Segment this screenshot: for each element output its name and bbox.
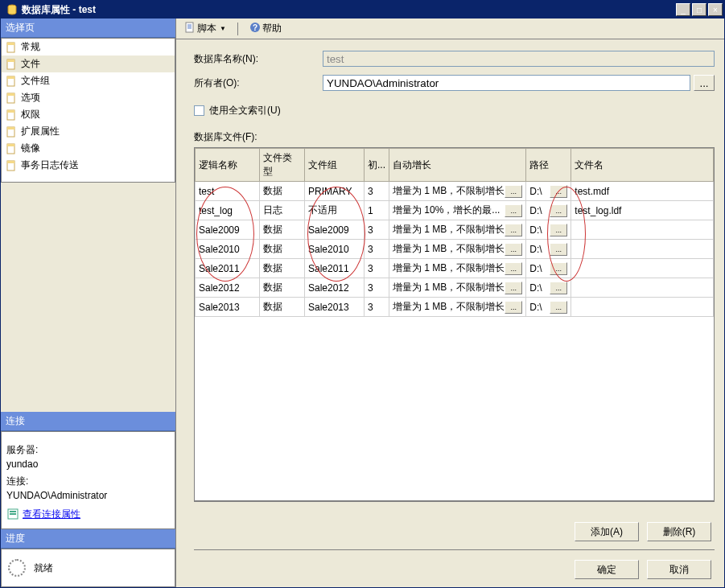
col-file-name[interactable]: 文件名 xyxy=(571,149,714,182)
cell-path[interactable]: D:\... xyxy=(526,240,571,259)
path-browse-button[interactable]: ... xyxy=(550,224,567,236)
cell-initial[interactable]: 3 xyxy=(365,182,389,201)
cell-path[interactable]: D:\... xyxy=(526,182,571,201)
cell-fileGroup[interactable]: Sale2013 xyxy=(305,298,365,317)
cell-fileGroup[interactable]: Sale2011 xyxy=(305,259,365,278)
view-connection-link[interactable]: 查看连接属性 xyxy=(6,508,80,521)
table-row[interactable]: test数据PRIMARY3增量为 1 MB，不限制增长...D:\...tes… xyxy=(196,182,714,201)
autogrowth-browse-button[interactable]: ... xyxy=(505,262,522,275)
cell-path[interactable]: D:\... xyxy=(526,298,571,317)
cell-initial[interactable]: 3 xyxy=(365,259,389,278)
cell-logicalName[interactable]: Sale2010 xyxy=(196,240,260,259)
cell-autoGrowth[interactable]: 增量为 1 MB，不限制增长... xyxy=(389,298,526,317)
owner-browse-button[interactable]: ... xyxy=(694,75,715,91)
path-browse-button[interactable]: ... xyxy=(550,185,567,198)
table-row[interactable]: test_log日志不适用1增量为 10%，增长的最......D:\...te… xyxy=(196,201,714,220)
autogrowth-browse-button[interactable]: ... xyxy=(505,243,522,256)
fulltext-checkbox[interactable] xyxy=(194,105,204,116)
col-file-type[interactable]: 文件类型 xyxy=(260,149,305,182)
cell-initial[interactable]: 1 xyxy=(365,201,389,220)
col-file-group[interactable]: 文件组 xyxy=(305,149,365,182)
table-row[interactable]: Sale2013数据Sale20133增量为 1 MB，不限制增长...D:\.… xyxy=(196,298,714,317)
cell-initial[interactable]: 3 xyxy=(365,278,389,298)
cell-fileType[interactable]: 数据 xyxy=(260,298,305,317)
owner-input[interactable] xyxy=(323,75,690,91)
path-browse-button[interactable]: ... xyxy=(550,282,567,294)
table-row[interactable]: Sale2009数据Sale20093增量为 1 MB，不限制增长...D:\.… xyxy=(196,220,714,240)
add-button[interactable]: 添加(A) xyxy=(575,522,639,541)
cell-autoGrowth[interactable]: 增量为 10%，增长的最...... xyxy=(389,201,526,220)
cell-logicalName[interactable]: Sale2012 xyxy=(196,278,260,298)
nav-item-文件组[interactable]: 文件组 xyxy=(2,72,175,89)
path-browse-button[interactable]: ... xyxy=(550,262,567,275)
cancel-button[interactable]: 取消 xyxy=(647,560,711,579)
titlebar[interactable]: 数据库属性 - test _ □ × xyxy=(1,1,724,19)
cell-fileName[interactable] xyxy=(571,298,714,317)
cell-logicalName[interactable]: Sale2011 xyxy=(196,259,260,278)
path-browse-button[interactable]: ... xyxy=(550,301,567,314)
table-row[interactable]: Sale2012数据Sale20123增量为 1 MB，不限制增长...D:\.… xyxy=(196,278,714,298)
cell-initial[interactable]: 3 xyxy=(365,298,389,317)
nav-item-事务日志传送[interactable]: 事务日志传送 xyxy=(2,157,175,174)
cell-logicalName[interactable]: test xyxy=(196,182,260,201)
col-logical-name[interactable]: 逻辑名称 xyxy=(196,149,260,182)
help-button[interactable]: ? 帮助 xyxy=(246,20,285,37)
table-row[interactable]: Sale2010数据Sale20103增量为 1 MB，不限制增长...D:\.… xyxy=(196,240,714,259)
cell-fileGroup[interactable]: PRIMARY xyxy=(305,182,365,201)
cell-fileType[interactable]: 数据 xyxy=(260,240,305,259)
cell-fileType[interactable]: 数据 xyxy=(260,259,305,278)
maximize-button[interactable]: □ xyxy=(692,3,706,16)
nav-item-扩展属性[interactable]: 扩展属性 xyxy=(2,123,175,140)
close-button[interactable]: × xyxy=(708,3,723,16)
autogrowth-browse-button[interactable]: ... xyxy=(505,282,522,294)
cell-fileName[interactable]: test_log.ldf xyxy=(571,201,714,220)
cell-path[interactable]: D:\... xyxy=(526,259,571,278)
autogrowth-browse-button[interactable]: ... xyxy=(505,185,522,198)
cell-fileType[interactable]: 数据 xyxy=(260,278,305,298)
cell-initial[interactable]: 3 xyxy=(365,220,389,240)
cell-autoGrowth[interactable]: 增量为 1 MB，不限制增长... xyxy=(389,278,526,298)
nav-item-镜像[interactable]: 镜像 xyxy=(2,140,175,157)
cell-path[interactable]: D:\... xyxy=(526,220,571,240)
nav-item-文件[interactable]: 文件 xyxy=(2,56,175,72)
col-path[interactable]: 路径 xyxy=(526,149,571,182)
cell-fileName[interactable]: test.mdf xyxy=(571,182,714,201)
autogrowth-browse-button[interactable]: ... xyxy=(505,224,522,236)
ok-button[interactable]: 确定 xyxy=(575,560,639,579)
nav-item-权限[interactable]: 权限 xyxy=(2,106,175,123)
cell-fileName[interactable] xyxy=(571,259,714,278)
cell-autoGrowth[interactable]: 增量为 1 MB，不限制增长... xyxy=(389,182,526,201)
path-browse-button[interactable]: ... xyxy=(550,204,567,217)
cell-logicalName[interactable]: Sale2009 xyxy=(196,220,260,240)
cell-fileGroup[interactable]: 不适用 xyxy=(305,201,365,220)
cell-autoGrowth[interactable]: 增量为 1 MB，不限制增长... xyxy=(389,259,526,278)
cell-fileType[interactable]: 日志 xyxy=(260,201,305,220)
cell-autoGrowth[interactable]: 增量为 1 MB，不限制增长... xyxy=(389,220,526,240)
path-browse-button[interactable]: ... xyxy=(550,243,567,256)
cell-path[interactable]: D:\... xyxy=(526,201,571,220)
nav-list[interactable]: 常规文件文件组选项权限扩展属性镜像事务日志传送 xyxy=(1,38,175,183)
cell-fileName[interactable] xyxy=(571,278,714,298)
minimize-button[interactable]: _ xyxy=(676,3,690,16)
nav-item-选项[interactable]: 选项 xyxy=(2,89,175,106)
cell-fileType[interactable]: 数据 xyxy=(260,220,305,240)
autogrowth-browse-button[interactable]: ... xyxy=(505,301,522,314)
files-table[interactable]: 逻辑名称 文件类型 文件组 初... 自动增长 路径 文件名 test数据PRI… xyxy=(195,148,714,317)
cell-logicalName[interactable]: Sale2013 xyxy=(196,298,260,317)
cell-autoGrowth[interactable]: 增量为 1 MB，不限制增长... xyxy=(389,240,526,259)
cell-initial[interactable]: 3 xyxy=(365,240,389,259)
files-table-container[interactable]: 逻辑名称 文件类型 文件组 初... 自动增长 路径 文件名 test数据PRI… xyxy=(194,147,715,501)
cell-fileGroup[interactable]: Sale2012 xyxy=(305,278,365,298)
cell-fileType[interactable]: 数据 xyxy=(260,182,305,201)
col-auto-growth[interactable]: 自动增长 xyxy=(389,149,526,182)
script-dropdown[interactable]: 脚本 ▼ xyxy=(181,20,229,37)
cell-fileGroup[interactable]: Sale2009 xyxy=(305,220,365,240)
cell-fileGroup[interactable]: Sale2010 xyxy=(305,240,365,259)
cell-logicalName[interactable]: test_log xyxy=(196,201,260,220)
remove-button[interactable]: 删除(R) xyxy=(647,522,711,541)
cell-fileName[interactable] xyxy=(571,220,714,240)
autogrowth-browse-button[interactable]: ... xyxy=(505,204,522,217)
horizontal-scrollbar[interactable] xyxy=(194,501,715,514)
cell-fileName[interactable] xyxy=(571,240,714,259)
col-initial[interactable]: 初... xyxy=(365,149,389,182)
